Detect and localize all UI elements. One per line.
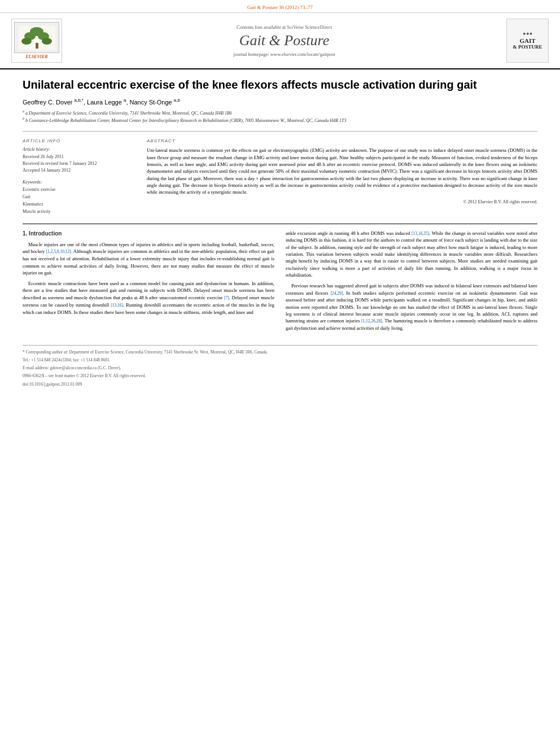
elsevier-tree-icon [19,26,55,50]
journal-title-main: Gait & Posture [239,32,329,49]
elsevier-logo: ELSEVIER [11,19,62,63]
abstract-text: Uni-lateral muscle soreness is common ye… [147,147,537,195]
ref-13-16-25[interactable]: [13,16,25] [412,231,429,236]
ref-13-16[interactable]: [13,16] [111,303,123,308]
history-accepted: Accepted 14 January 2012 [23,167,135,174]
svg-point-5 [42,38,52,45]
divider-1 [23,131,537,132]
footer-doi: doi:10.1016/j.gaitpost.2012.01.009 [23,381,537,387]
gait-logo-sub-text: & POSTURE [513,44,542,50]
history-revised: Received in revised form 7 January 2012 [23,160,135,167]
article-info-panel: ARTICLE INFO Article history: Received 2… [23,138,135,215]
ref-7[interactable]: [7] [224,295,229,300]
ref-1[interactable]: [1,2,5,8,10,12] [46,249,71,254]
article-title: Unilateral eccentric exercise of the kne… [23,77,537,92]
keyword-3: Kinematics [23,201,135,208]
gait-logo-main-text: GAIT [519,37,535,44]
gait-logo-inner: ■ ■ ■ GAIT & POSTURE [507,19,548,62]
body-para-4: Previous research has suggested altered … [286,282,537,331]
gait-posture-logo: ■ ■ ■ GAIT & POSTURE [506,19,549,63]
abstract-title: ABSTRACT [147,138,537,143]
body-col-left: 1. Introduction Muscle injuries are one … [23,230,274,336]
footer-email: E-mail address: gdover@alcor.concordia.c… [23,365,537,371]
ref-1-12-26-28[interactable]: [1,12,26,28] [361,318,382,324]
page-footer: * Corresponding author at: Department of… [23,345,537,387]
footer-corresponding: * Corresponding author at: Department of… [23,349,537,355]
body-para-2: Eccentric muscle contractions have been … [23,280,274,316]
body-columns: 1. Introduction Muscle injuries are one … [23,230,537,336]
intro-heading: 1. Introduction [23,230,274,238]
affiliation-a: a Department of Exercise Science, Concor… [25,110,232,115]
keywords-title: Keywords: [23,180,135,185]
body-col-right: ankle excursion angle in running 48 h af… [286,230,537,336]
keyword-1: Eccentric exercise [23,186,135,194]
keyword-2: Gait [23,194,135,201]
journal-center: Contents lists available at SciVerse Sci… [68,19,501,63]
footer-tel: Tel.: +1 514 848 2424x3304; fax: +1 514 … [23,357,537,363]
authors-line: Geoffrey C. Dover a,b,*, Laura Legge a, … [23,98,537,106]
article-info-title: ARTICLE INFO [23,138,135,143]
history-received: Received 26 July 2011 [23,154,135,160]
citation-text: Gait & Posture 36 (2012) 73–77 [247,5,313,10]
journal-citation: Gait & Posture 36 (2012) 73–77 [0,0,560,13]
info-abstract-section: ARTICLE INFO Article history: Received 2… [23,138,537,215]
copyright-line: © 2012 Elsevier B.V. All rights reserved… [147,199,537,204]
section-divider [23,224,537,224]
svg-point-4 [21,38,32,45]
history-title: Article history: [23,147,135,152]
top-banner: ELSEVIER Contents lists available at Sci… [0,13,560,69]
ref-24-29[interactable]: [24,29] [330,291,343,296]
affiliations: a a Department of Exercise Science, Conc… [23,109,537,124]
affiliation-b: b Constance-Lethbridge Rehabilitation Ce… [25,117,346,123]
footer-issn: 0966-6362/$ – see front matter © 2012 El… [23,373,537,379]
body-para-1: Muscle injuries are one of the most cOmm… [23,241,274,276]
gait-logo-top-line: ■ ■ ■ [523,32,532,36]
sciverse-line: Contents lists available at SciVerse Sci… [237,24,332,30]
svg-rect-6 [36,43,38,49]
journal-homepage: journal homepage: www.elsevier.com/locat… [233,51,335,57]
elsevier-tree-logo [14,22,59,53]
main-content: Unilateral eccentric exercise of the kne… [0,69,560,400]
keyword-4: Muscle activity [23,208,135,216]
sciverse-text: Contents lists available at SciVerse Sci… [237,24,332,30]
abstract-section: ABSTRACT Uni-lateral muscle soreness is … [147,138,537,215]
body-para-3: ankle excursion angle in running 48 h af… [286,230,537,279]
elsevier-text: ELSEVIER [25,54,47,59]
